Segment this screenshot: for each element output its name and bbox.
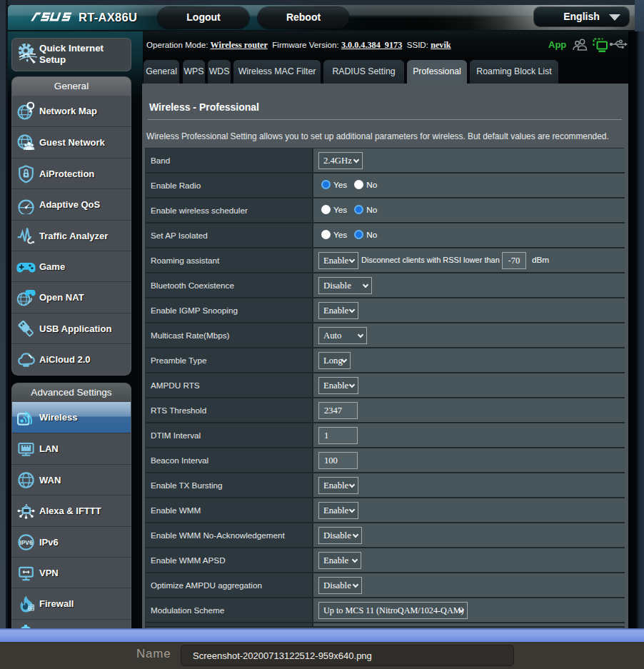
svg-text:IPV6: IPV6	[19, 538, 33, 545]
